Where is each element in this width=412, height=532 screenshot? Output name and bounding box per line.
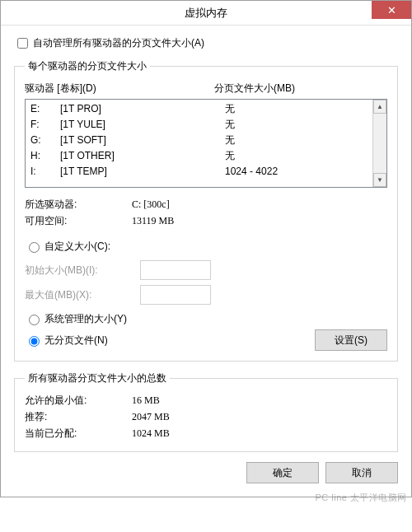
selected-drive-value: C: [300c] <box>132 196 170 212</box>
drive-listbox[interactable]: E: [1T PRO] 无 F: [1T YULE] 无 G: [1T SOFT… <box>25 99 387 188</box>
no-paging-label: 无分页文件(N) <box>44 331 108 349</box>
list-header: 驱动器 [卷标](D) 分页文件大小(MB) <box>25 80 387 99</box>
scroll-up-button[interactable]: ▲ <box>373 100 386 114</box>
per-drive-group: 每个驱动器的分页文件大小 驱动器 [卷标](D) 分页文件大小(MB) E: [… <box>14 59 398 362</box>
free-space-row: 可用空间: 13119 MB <box>25 212 387 229</box>
col-page-header: 分页文件大小(MB) <box>214 82 387 96</box>
window-title: 虚拟内存 <box>185 6 227 21</box>
auto-manage-input[interactable] <box>17 38 28 49</box>
ok-button[interactable]: 确定 <box>246 462 319 483</box>
close-button[interactable]: ✕ <box>372 1 411 19</box>
initial-size-row: 初始大小(MB)(I): <box>25 260 387 280</box>
custom-size-radio[interactable]: 自定义大小(C): <box>25 237 387 255</box>
cancel-button[interactable]: 取消 <box>325 462 398 483</box>
content: 自动管理所有驱动器的分页文件大小(A) 每个驱动器的分页文件大小 驱动器 [卷标… <box>1 26 411 497</box>
list-item[interactable]: G: [1T SOFT] 无 <box>30 133 368 148</box>
selected-drive-row: 所选驱动器: C: [300c] <box>25 196 387 212</box>
system-managed-radio[interactable]: 系统管理的大小(Y) <box>25 310 387 328</box>
auto-manage-label: 自动管理所有驱动器的分页文件大小(A) <box>33 36 204 50</box>
initial-size-input <box>140 260 211 280</box>
custom-size-label: 自定义大小(C): <box>44 237 110 255</box>
cur-value: 1024 MB <box>132 425 170 441</box>
custom-size-input[interactable] <box>29 242 40 253</box>
drive-list-inner: E: [1T PRO] 无 F: [1T YULE] 无 G: [1T SOFT… <box>26 100 372 187</box>
list-item[interactable]: I: [1T TEMP] 1024 - 4022 <box>30 164 368 180</box>
max-size-input <box>140 285 211 305</box>
col-drive-header: 驱动器 [卷标](D) <box>25 82 214 96</box>
scroll-down-button[interactable]: ▼ <box>373 173 386 187</box>
scroll-track[interactable] <box>373 114 386 173</box>
max-size-row: 最大值(MB)(X): <box>25 285 387 305</box>
rec-label: 推荐: <box>25 408 132 425</box>
cur-row: 当前已分配: 1024 MB <box>25 425 387 441</box>
system-managed-label: 系统管理的大小(Y) <box>44 310 127 328</box>
free-space-value: 13119 MB <box>132 212 174 229</box>
totals-legend: 所有驱动器分页文件大小的总数 <box>25 371 170 385</box>
dialog-buttons: 确定 取消 <box>14 462 398 483</box>
list-item[interactable]: H: [1T OTHER] 无 <box>30 148 368 164</box>
totals-group: 所有驱动器分页文件大小的总数 允许的最小值: 16 MB 推荐: 2047 MB… <box>14 371 398 452</box>
selected-drive-label: 所选驱动器: <box>25 196 132 212</box>
rec-row: 推荐: 2047 MB <box>25 408 387 425</box>
no-paging-radio[interactable]: 无分页文件(N) <box>25 331 108 349</box>
max-size-label: 最大值(MB)(X): <box>25 288 140 302</box>
no-paging-input[interactable] <box>29 336 40 347</box>
min-row: 允许的最小值: 16 MB <box>25 392 387 408</box>
cur-label: 当前已分配: <box>25 425 132 441</box>
close-icon: ✕ <box>387 4 396 16</box>
titlebar: 虚拟内存 ✕ <box>1 1 411 26</box>
rec-value: 2047 MB <box>132 408 170 425</box>
list-item[interactable]: F: [1T YULE] 无 <box>30 117 368 133</box>
system-managed-input[interactable] <box>29 315 40 325</box>
min-value: 16 MB <box>132 392 160 408</box>
list-item[interactable]: E: [1T PRO] 无 <box>30 101 368 117</box>
per-drive-legend: 每个驱动器的分页文件大小 <box>25 59 150 73</box>
set-button[interactable]: 设置(S) <box>315 329 387 351</box>
auto-manage-checkbox[interactable]: 自动管理所有驱动器的分页文件大小(A) <box>14 35 398 51</box>
free-space-label: 可用空间: <box>25 212 132 229</box>
min-label: 允许的最小值: <box>25 392 132 408</box>
initial-size-label: 初始大小(MB)(I): <box>25 264 140 278</box>
scrollbar[interactable]: ▲ ▼ <box>372 100 386 187</box>
virtual-memory-dialog: 虚拟内存 ✕ 自动管理所有驱动器的分页文件大小(A) 每个驱动器的分页文件大小 … <box>0 0 412 497</box>
